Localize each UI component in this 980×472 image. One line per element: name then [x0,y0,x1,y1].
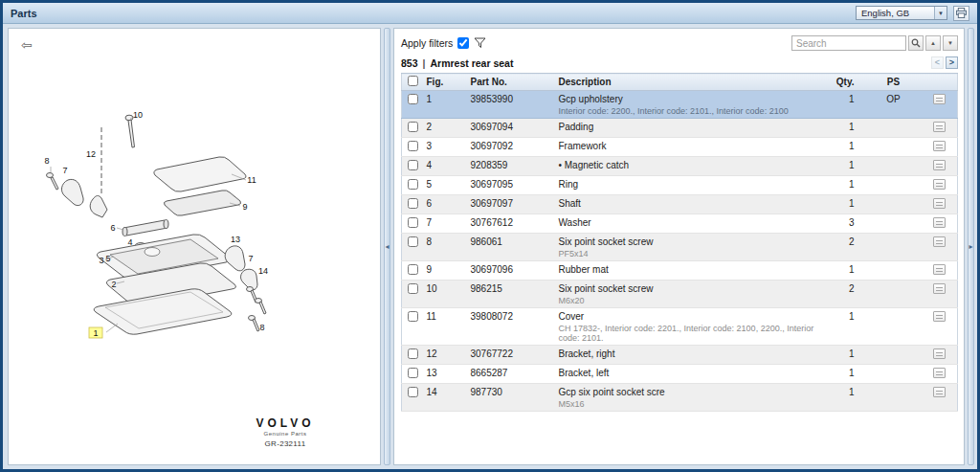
apply-filters-checkbox[interactable] [457,37,469,49]
panel-splitter-right[interactable]: ▸ [968,28,974,465]
section-separator: | [423,57,426,69]
note-icon[interactable] [933,311,946,322]
row-qty: 3 [822,214,866,234]
note-icon[interactable] [933,236,946,247]
note-icon[interactable] [933,368,946,378]
row-part-no: 30767612 [467,214,555,234]
table-row[interactable]: 6 30697097 Shaft 1 [402,195,958,214]
panel-splitter-left[interactable]: ◂ [384,28,390,465]
function-group-name: Armrest rear seat [430,57,513,69]
select-all-checkbox[interactable] [408,76,418,86]
print-button[interactable] [953,6,969,21]
row-checkbox[interactable] [408,179,418,190]
note-icon[interactable] [933,94,946,104]
row-fig: 4 [423,157,467,176]
row-part-no: 986215 [467,281,555,308]
row-description: • Magnetic catch [559,160,818,171]
callout-14: 14 [258,266,268,276]
search-button[interactable] [908,35,924,51]
callout-7: 7 [62,166,67,175]
note-icon[interactable] [933,348,946,359]
note-icon[interactable] [933,160,946,170]
row-checkbox[interactable] [408,387,418,397]
row-description: Six point socket screw [559,236,818,248]
table-row[interactable]: 2 30697094 Padding 1 [402,119,958,138]
row-ps [866,308,922,346]
header-ps: PS [866,74,922,91]
note-icon[interactable] [933,264,946,275]
table-row[interactable]: 1 39853990 Gcp upholsteryInterior code: … [402,91,958,119]
search-input[interactable] [791,35,906,51]
row-checkbox[interactable] [408,236,418,247]
row-checkbox[interactable] [408,311,418,322]
table-row[interactable]: 12 30767722 Bracket, right 1 [402,346,958,365]
row-checkbox[interactable] [408,160,418,170]
next-group-button[interactable]: > [946,56,958,69]
collapse-right-icon: ▸ [969,242,972,251]
parts-list-panel: Apply filters ▲ ▼ 853 | Armrest rear se [393,28,965,465]
table-row[interactable]: 8 986061 Six point socket screwPF5x14 2 [402,234,958,261]
row-checkbox[interactable] [408,283,418,294]
row-part-no: 30697095 [467,176,555,195]
table-row[interactable]: 11 39808072 CoverCH 17832-, Interior cod… [402,308,958,346]
callout-8: 8 [44,156,49,166]
table-row[interactable]: 9 30697096 Rubber mat 1 [402,261,958,281]
row-qty: 2 [822,234,866,261]
callout-1[interactable]: 1 [93,328,98,338]
table-row[interactable]: 3 30697092 Framework 1 [402,138,958,157]
page-title: Parts [11,8,37,19]
row-fig: 5 [423,176,467,195]
table-row[interactable]: 5 30697095 Ring 1 [402,176,958,195]
table-row[interactable]: 13 8665287 Bracket, left 1 [402,365,958,384]
note-icon[interactable] [933,283,946,294]
search-next-button[interactable]: ▼ [943,35,958,51]
note-icon[interactable] [933,122,946,132]
row-ps: OP [866,91,922,119]
row-fig: 1 [423,91,467,119]
note-icon[interactable] [933,179,946,190]
chevron-down-icon[interactable]: ▼ [934,7,947,19]
callout-3: 3 [99,256,103,265]
row-description: Cover [559,311,818,323]
table-row[interactable]: 14 987730 Gcp six point socket screM5x16… [402,384,958,412]
row-checkbox[interactable] [408,94,418,104]
prev-group-button[interactable]: < [931,56,944,69]
row-description: Gcp six point socket scre [559,387,818,398]
note-icon[interactable] [933,141,946,151]
row-checkbox[interactable] [408,198,418,209]
row-description-detail: M5x16 [559,399,818,409]
row-description: Six point socket screw [559,283,818,295]
row-qty: 2 [822,281,866,308]
callout-11: 11 [247,175,256,185]
search-prev-button[interactable]: ▲ [925,35,941,51]
note-icon[interactable] [933,387,946,397]
header-note [922,74,958,91]
row-checkbox[interactable] [408,348,418,359]
row-qty: 1 [822,138,866,157]
row-checkbox[interactable] [408,217,418,228]
note-icon[interactable] [933,198,946,209]
row-description: Gcp upholstery [559,94,818,105]
printer-icon [956,8,967,18]
row-description: Washer [559,217,818,229]
table-row[interactable]: 7 30767612 Washer 3 [402,214,958,234]
row-qty: 1 [822,365,866,384]
section-header: 853 | Armrest rear seat < > [401,56,958,70]
row-description: Framework [559,141,818,152]
brand-sub-label: Genuine Parts [241,431,329,437]
row-fig: 7 [423,214,467,234]
filter-funnel-icon[interactable] [474,37,486,49]
table-row[interactable]: 4 9208359 • Magnetic catch 1 [402,157,958,176]
row-qty: 1 [822,308,866,346]
row-fig: 9 [423,261,467,281]
row-checkbox[interactable] [408,368,418,378]
row-qty: 1 [822,195,866,214]
row-fig: 2 [423,119,467,138]
language-select[interactable]: English, GB ▼ [856,6,947,20]
note-icon[interactable] [933,217,946,228]
row-checkbox[interactable] [408,264,418,275]
table-row[interactable]: 10 986215 Six point socket screwM6x20 2 [402,281,958,308]
content-area: ⇦ [3,24,977,469]
row-checkbox[interactable] [408,141,418,151]
row-checkbox[interactable] [408,122,418,132]
